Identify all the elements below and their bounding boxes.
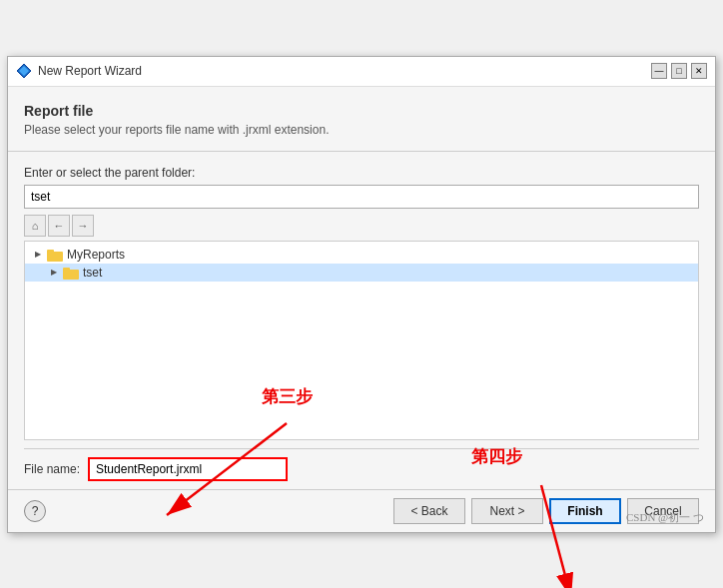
title-bar-controls: — □ ✕ — [651, 63, 707, 79]
next-button[interactable]: Next > — [471, 498, 543, 524]
title-bar-left: New Report Wizard — [16, 63, 142, 79]
expand-myreports-icon: ▶ — [33, 250, 43, 260]
bottom-section: File name: — [24, 448, 699, 481]
folder-input[interactable] — [24, 185, 699, 209]
help-button[interactable]: ? — [24, 500, 46, 522]
content-area: Report file Please select your reports f… — [8, 87, 715, 489]
tree-item-myreports[interactable]: ▶ MyReports — [25, 246, 698, 264]
dialog-window: New Report Wizard — □ ✕ Report file Plea… — [7, 56, 716, 533]
svg-rect-3 — [47, 250, 54, 254]
folder-toolbar: ⌂ ← → — [24, 215, 699, 237]
folder-label: Enter or select the parent folder: — [24, 166, 699, 180]
title-bar: New Report Wizard — □ ✕ — [8, 57, 715, 87]
footer-right: < Back Next > Finish Cancel — [393, 498, 699, 524]
expand-tset-icon: ▶ — [49, 268, 59, 278]
maximize-button[interactable]: □ — [671, 63, 687, 79]
divider — [8, 151, 715, 152]
window-title: New Report Wizard — [38, 64, 142, 78]
section-desc: Please select your reports file name wit… — [24, 123, 699, 137]
file-tree[interactable]: ▶ MyReports ▶ tset — [24, 241, 699, 440]
main-wrapper: New Report Wizard — □ ✕ Report file Plea… — [7, 56, 716, 533]
file-name-label: File name: — [24, 462, 80, 476]
home-toolbar-button[interactable]: ⌂ — [24, 215, 46, 237]
forward-toolbar-button[interactable]: → — [72, 215, 94, 237]
footer-left: ? — [24, 500, 46, 522]
tree-item-tset[interactable]: ▶ tset — [25, 264, 698, 282]
minimize-button[interactable]: — — [651, 63, 667, 79]
svg-rect-5 — [63, 268, 70, 272]
back-button[interactable]: < Back — [393, 498, 465, 524]
tree-label-tset: tset — [83, 266, 102, 280]
folder-tset-icon — [63, 266, 79, 280]
footer: ? < Back Next > Finish Cancel — [8, 489, 715, 532]
wizard-icon — [16, 63, 32, 79]
file-name-input[interactable] — [88, 457, 288, 481]
back-toolbar-button[interactable]: ← — [48, 215, 70, 237]
cancel-button[interactable]: Cancel — [627, 498, 699, 524]
folder-myreports-icon — [47, 248, 63, 262]
finish-button[interactable]: Finish — [549, 498, 621, 524]
section-title: Report file — [24, 103, 699, 119]
close-button[interactable]: ✕ — [691, 63, 707, 79]
tree-label-myreports: MyReports — [67, 248, 125, 262]
